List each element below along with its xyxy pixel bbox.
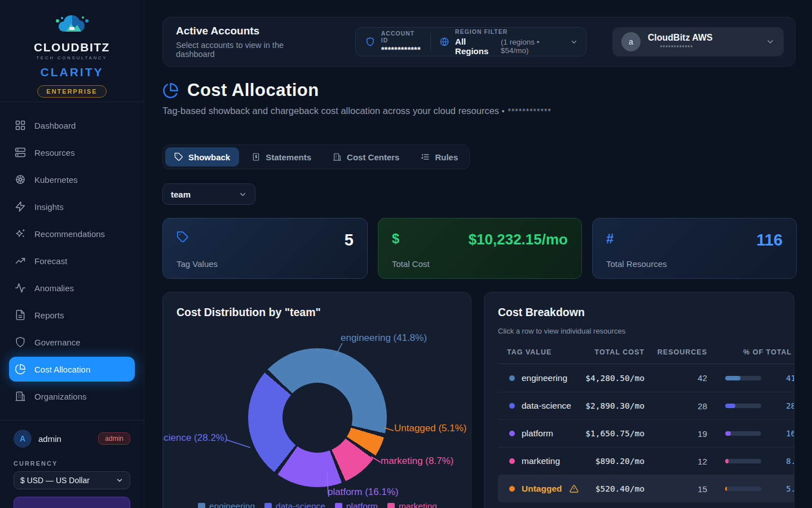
tag-key-select[interactable]: team <box>162 183 255 205</box>
tag-values-count: 5 <box>345 231 354 249</box>
account-region-selector[interactable]: ACCOUNT ID ************ REGION FILTER Al… <box>355 27 586 56</box>
sidebar-item-label: Organizations <box>34 392 87 401</box>
sidebar-item-label: Kubernetes <box>34 175 78 185</box>
lightning-icon <box>15 201 26 212</box>
legend-item-marketing[interactable]: marketing <box>387 501 437 508</box>
sidebar-item-recommendations[interactable]: Recommendations <box>0 220 144 247</box>
shield-icon <box>15 336 26 348</box>
breakdown-subtitle: Click a row to view individual resources <box>498 327 794 335</box>
ordered-list-icon <box>421 152 430 161</box>
org-account-dropdown[interactable]: a CloudBitz AWS ************ <box>612 27 784 56</box>
row-color-dot <box>509 375 515 381</box>
slice-label-platform: platform (16.1%) <box>328 487 399 498</box>
page-subtitle: Tag-based showback and chargeback cost a… <box>162 106 812 116</box>
sidebar-item-reports[interactable]: Reports <box>0 301 144 329</box>
org-masked-id: ************ <box>641 45 713 51</box>
server-icon <box>15 147 26 158</box>
legend-swatch <box>387 503 395 508</box>
org-avatar: a <box>621 32 641 51</box>
table-row-untagged[interactable]: Untagged $520.40/mo 15 5.1% <box>498 475 795 502</box>
chart-legend: engineering data-science platform market… <box>163 501 471 508</box>
region-filter-meta: (1 regions • $54/mo) <box>501 38 562 55</box>
pct-bar <box>725 459 761 463</box>
sidebar-item-kubernetes[interactable]: Kubernetes <box>0 166 144 193</box>
brand-name: CLOUDBITZ <box>34 41 110 54</box>
legend-item-platform[interactable]: platform <box>335 501 378 508</box>
pie-chart-icon <box>162 82 179 99</box>
chevron-down-icon <box>239 190 247 199</box>
cloudbitz-logo-icon <box>51 9 94 38</box>
row-color-dot <box>509 403 515 409</box>
tag-values-label: Tag Values <box>176 259 218 269</box>
sidebar-item-resources[interactable]: Resources <box>0 139 144 166</box>
tab-cost-centers[interactable]: Cost Centers <box>324 147 408 167</box>
divider <box>430 32 431 51</box>
pct-bar <box>725 376 761 380</box>
stat-cards: 5 Tag Values $ $10,232.15/mo Total Cost … <box>162 218 812 279</box>
tab-rules[interactable]: Rules <box>412 147 467 167</box>
slice-label-data-science: data-science (28.2%) <box>162 432 228 444</box>
dashboard-icon <box>15 120 26 131</box>
sidebar-item-label: Insights <box>34 202 64 212</box>
brand-block: CLOUDBITZ TECH CONSULTANCY CLARITY ENTER… <box>0 0 144 102</box>
total-resources-value: 116 <box>756 231 783 249</box>
active-accounts-bar: Active Accounts Select accounts to view … <box>162 17 796 67</box>
pct-bar <box>725 404 761 408</box>
sidebar-item-label: Dashboard <box>34 121 76 130</box>
tab-statements[interactable]: Statements <box>242 147 320 167</box>
currency-select[interactable]: $ USD — US Dollar <box>14 471 130 489</box>
pct-bar <box>725 431 761 436</box>
sidebar-item-insights[interactable]: Insights <box>0 193 144 220</box>
file-text-icon <box>15 309 26 321</box>
sidebar-item-cost-allocation[interactable]: Cost Allocation <box>9 357 135 382</box>
sidebar-item-forecast[interactable]: Forecast <box>0 247 144 274</box>
col-tag-value: TAG VALUE <box>498 348 582 356</box>
warning-triangle-icon <box>570 484 579 493</box>
sidebar: CLOUDBITZ TECH CONSULTANCY CLARITY ENTER… <box>0 0 144 508</box>
sidebar-item-label: Governance <box>34 338 81 347</box>
sidebar-item-organizations[interactable]: Organizations <box>0 383 144 410</box>
legend-item-data-science[interactable]: data-science <box>264 501 325 508</box>
trending-up-icon <box>15 255 26 266</box>
col-total-cost: TOTAL COST <box>582 348 645 356</box>
table-row-engineering[interactable]: engineering $4,280.50/mo 42 41.8% <box>498 364 795 392</box>
breakdown-title: Cost Breakdown <box>498 306 794 319</box>
table-header: TAG VALUE TOTAL COST RESOURCES % OF TOTA… <box>498 348 795 364</box>
sidebar-item-governance[interactable]: Governance <box>0 329 144 356</box>
user-name: admin <box>38 434 61 444</box>
chevron-down-icon <box>116 476 123 484</box>
sidebar-item-label: Reports <box>34 310 64 320</box>
legend-item-engineering[interactable]: engineering <box>198 501 255 508</box>
currency-value: $ USD — US Dollar <box>20 476 90 485</box>
sidebar-item-anomalies[interactable]: Anomalies <box>0 274 144 301</box>
account-id-label: ACCOUNT ID <box>381 30 421 43</box>
tab-showback[interactable]: Showback <box>165 147 239 167</box>
main-content: Active Accounts Select accounts to view … <box>144 0 812 508</box>
cost-distribution-card: Cost Distribution by "team" engineering … <box>162 292 471 508</box>
sparkles-icon <box>15 228 26 239</box>
slice-label-untagged: Untagged (5.1%) <box>394 423 467 434</box>
brand-tagline: TECH CONSULTANCY <box>36 55 107 60</box>
table-row-marketing[interactable]: marketing $890.20/mo 12 8.7% <box>498 447 795 475</box>
manage-accounts-button[interactable] <box>14 497 130 508</box>
page-title: Cost Allocation <box>187 80 319 100</box>
slice-label-marketing: marketing (8.7%) <box>381 456 453 467</box>
hash-icon: # <box>606 231 614 247</box>
row-color-dot <box>509 486 515 492</box>
sidebar-nav: Dashboard Resources Kubernetes Insights … <box>0 102 144 410</box>
tag-icon <box>174 152 183 161</box>
active-accounts-title: Active Accounts <box>176 25 317 37</box>
chevron-down-icon <box>570 38 578 46</box>
region-filter-label: REGION FILTER <box>455 28 562 35</box>
table-row-platform[interactable]: platform $1,650.75/mo 19 16.1% <box>498 419 795 447</box>
masked-suffix: • ************ <box>502 107 551 116</box>
tag-icon <box>176 231 189 243</box>
sidebar-item-dashboard[interactable]: Dashboard <box>0 112 144 139</box>
table-row-data-science[interactable]: data-science $2,890.30/mo 28 28.2% <box>498 392 795 419</box>
row-color-dot <box>509 458 515 464</box>
charts-row: Cost Distribution by "team" engineering … <box>162 292 812 508</box>
tab-bar: Showback Statements Cost Centers Rules <box>162 144 470 169</box>
brand-product: CLARITY <box>41 65 104 79</box>
page-header: Cost Allocation <box>162 80 812 100</box>
role-badge: admin <box>98 432 130 445</box>
